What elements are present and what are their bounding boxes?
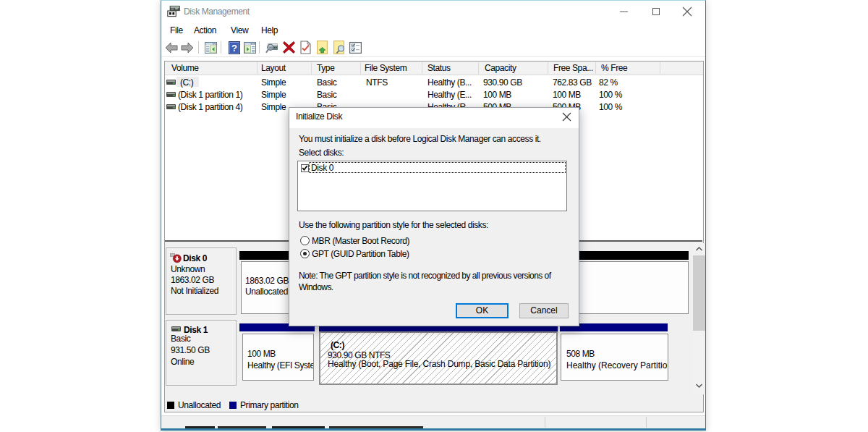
svg-text:?: ? bbox=[231, 43, 237, 54]
